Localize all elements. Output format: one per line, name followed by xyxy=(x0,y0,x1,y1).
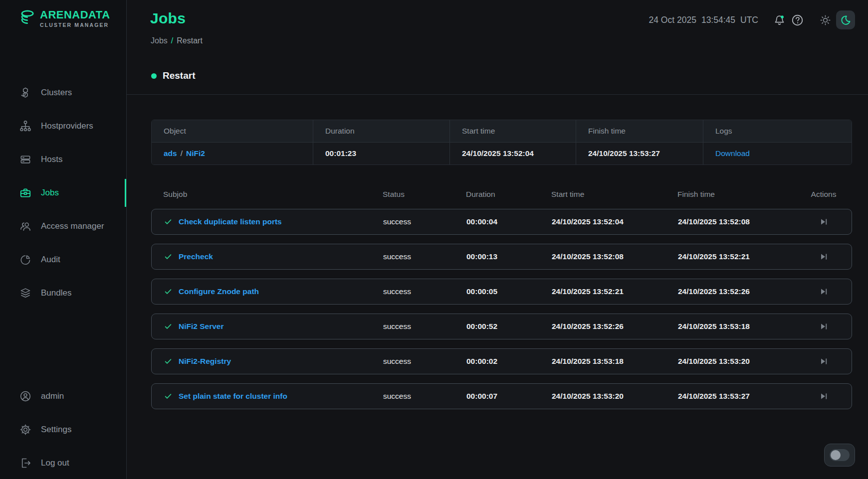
user-icon xyxy=(18,389,32,403)
light-theme-button[interactable] xyxy=(816,11,834,29)
subjob-actions-cell xyxy=(808,250,840,263)
skip-end-icon xyxy=(819,287,829,297)
hosts-icon xyxy=(18,153,32,166)
skip-to-end-button[interactable] xyxy=(817,355,830,368)
sidebar-item-clusters[interactable]: Clusters xyxy=(0,81,126,105)
subjob-col-header-status: Status xyxy=(383,190,466,199)
breadcrumb-jobs-link[interactable]: Jobs xyxy=(151,36,168,45)
sidebar-item-settings[interactable]: Settings xyxy=(0,418,126,442)
clusters-icon xyxy=(18,86,32,100)
floating-toggle[interactable] xyxy=(824,444,855,467)
sidebar-item-audit[interactable]: Audit xyxy=(0,248,126,272)
skip-end-icon xyxy=(819,321,829,331)
sidebar-item-label: Log out xyxy=(41,458,69,468)
skip-to-end-button[interactable] xyxy=(817,390,830,403)
subjob-name-cell: NiFi2 Server xyxy=(164,322,383,331)
success-check-icon xyxy=(164,357,173,366)
col-header-logs: Logs xyxy=(703,120,852,142)
subjob-link[interactable]: Configure Znode path xyxy=(179,287,259,296)
subjob-link[interactable]: Set plain state for cluster info xyxy=(179,392,287,401)
toggle-track xyxy=(830,449,850,461)
sidebar-item-jobs[interactable]: Jobs xyxy=(0,181,126,205)
clock: 24 Oct 2025 13:54:45 UTC xyxy=(649,15,758,25)
success-check-icon xyxy=(164,322,173,331)
sidebar-item-admin[interactable]: admin xyxy=(0,384,126,408)
skip-end-icon xyxy=(819,217,829,227)
subjob-actions-cell xyxy=(808,285,840,298)
sidebar-item-hostproviders[interactable]: Hostproviders xyxy=(0,114,126,138)
sidebar-item-hosts[interactable]: Hosts xyxy=(0,148,126,171)
skip-to-end-button[interactable] xyxy=(817,320,830,333)
sidebar-item-label: Hosts xyxy=(41,155,62,164)
subjobs-header-row: Subjob Status Duration Start time Finish… xyxy=(151,190,852,199)
logout-icon xyxy=(18,456,32,470)
toggle-knob xyxy=(831,450,841,460)
subjob-finish-time: 24/10/2025 13:53:20 xyxy=(678,357,808,366)
subjob-finish-time: 24/10/2025 13:52:26 xyxy=(678,287,808,296)
arenadata-logo-icon xyxy=(17,7,37,32)
subjob-link[interactable]: Precheck xyxy=(179,252,213,261)
subjob-start-time: 24/10/2025 13:53:18 xyxy=(552,357,678,366)
subjob-status: success xyxy=(383,357,466,366)
app-root: ARENADATA CLUSTER MANAGER Clusters xyxy=(0,0,868,479)
subjob-start-time: 24/10/2025 13:52:04 xyxy=(552,217,678,226)
cluster-link[interactable]: ads xyxy=(164,149,177,158)
service-link[interactable]: NiFi2 xyxy=(186,149,205,158)
sidebar-item-label: Clusters xyxy=(41,88,72,98)
subjob-name-cell: Precheck xyxy=(164,252,383,261)
subjob-status: success xyxy=(383,252,466,261)
logo-subtitle: CLUSTER MANAGER xyxy=(40,22,110,28)
sidebar-item-label: Hostproviders xyxy=(41,121,93,131)
sidebar-item-label: Jobs xyxy=(41,188,59,198)
audit-icon xyxy=(18,253,32,267)
breadcrumb-separator: / xyxy=(171,36,173,45)
notifications-button[interactable] xyxy=(770,11,788,29)
clock-timezone: UTC xyxy=(740,15,758,25)
subjob-link[interactable]: NiFi2-Registry xyxy=(179,357,231,366)
sidebar-footer-nav: admin Settings xyxy=(0,384,126,475)
start-time-cell: 24/10/2025 13:52:04 xyxy=(450,143,576,164)
job-table-header-row: Object Duration Start time Finish time L… xyxy=(152,120,852,143)
subjob-link[interactable]: Check duplicate listen ports xyxy=(179,217,282,226)
download-logs-link[interactable]: Download xyxy=(715,149,750,158)
subjob-col-header-start: Start time xyxy=(551,190,677,199)
notification-dot xyxy=(781,15,784,18)
skip-to-end-button[interactable] xyxy=(817,250,830,263)
hostproviders-icon xyxy=(18,119,32,133)
subjob-col-header-finish: Finish time xyxy=(677,190,807,199)
subjob-actions-cell xyxy=(808,355,840,368)
skip-to-end-button[interactable] xyxy=(817,215,830,228)
page-title: Jobs xyxy=(150,10,186,27)
subjob-duration: 00:00:07 xyxy=(466,392,552,401)
subjob-row: Precheck success 00:00:13 24/10/2025 13:… xyxy=(151,244,852,270)
subjob-finish-time: 24/10/2025 13:53:18 xyxy=(678,322,808,331)
subjob-col-header-name: Subjob xyxy=(163,190,383,199)
subjob-start-time: 24/10/2025 13:52:08 xyxy=(552,252,678,261)
moon-icon xyxy=(840,14,852,26)
dark-theme-button[interactable] xyxy=(836,10,855,29)
sidebar-item-logout[interactable]: Log out xyxy=(0,451,126,475)
logo-title: ARENADATA xyxy=(40,9,110,21)
job-status-dot xyxy=(151,73,157,79)
bell-icon xyxy=(773,13,786,27)
sidebar-nav: Clusters Hostproviders xyxy=(0,81,126,305)
success-check-icon xyxy=(164,392,173,401)
subjob-start-time: 24/10/2025 13:52:21 xyxy=(552,287,678,296)
subjob-name-cell: Check duplicate listen ports xyxy=(164,217,383,226)
help-button[interactable] xyxy=(788,11,806,29)
subjob-link[interactable]: NiFi2 Server xyxy=(179,322,223,331)
skip-to-end-button[interactable] xyxy=(817,285,830,298)
job-status-header: Restart xyxy=(151,70,195,81)
sidebar-item-access-manager[interactable]: Access manager xyxy=(0,214,126,238)
subjob-actions-cell xyxy=(808,390,840,403)
sidebar-item-bundles[interactable]: Bundles xyxy=(0,281,126,305)
topbar-right: 24 Oct 2025 13:54:45 UTC xyxy=(649,10,855,29)
jobs-icon xyxy=(18,186,32,200)
success-check-icon xyxy=(164,287,173,296)
job-summary-table: Object Duration Start time Finish time L… xyxy=(151,120,852,165)
sidebar-item-label: Audit xyxy=(41,255,60,265)
success-check-icon xyxy=(164,217,173,226)
subjob-start-time: 24/10/2025 13:52:26 xyxy=(552,322,678,331)
subjob-status: success xyxy=(383,322,466,331)
arenadata-logo[interactable]: ARENADATA CLUSTER MANAGER xyxy=(17,7,110,32)
